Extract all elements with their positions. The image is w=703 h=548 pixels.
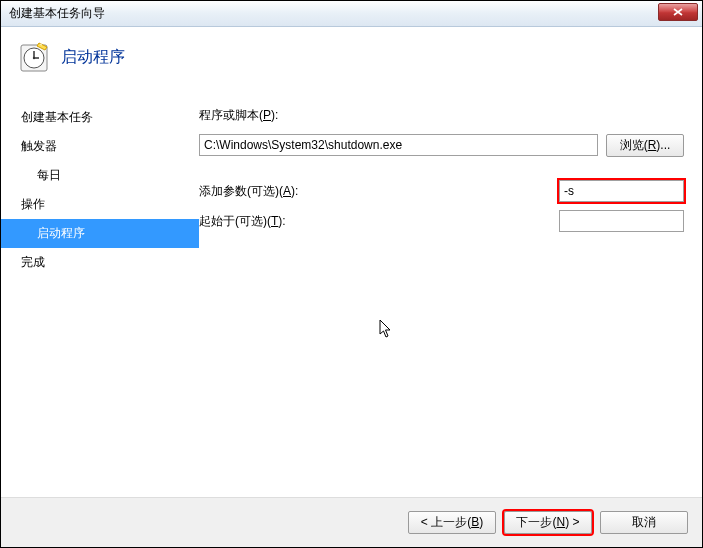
startin-row: 起始于(可选)(T): xyxy=(199,209,684,233)
titlebar: 创建基本任务向导 xyxy=(1,1,702,27)
args-row: 添加参数(可选)(A): xyxy=(199,179,684,203)
program-script-input[interactable] xyxy=(199,134,598,156)
next-button[interactable]: 下一步(N) > xyxy=(504,511,592,534)
clock-icon xyxy=(19,41,51,73)
cancel-button[interactable]: 取消 xyxy=(600,511,688,534)
sidebar: 创建基本任务 触发器 每日 操作 启动程序 完成 xyxy=(1,101,199,497)
program-script-label: 程序或脚本(P): xyxy=(199,107,364,124)
back-button[interactable]: < 上一步(B) xyxy=(408,511,496,534)
sidebar-item-start-program[interactable]: 启动程序 xyxy=(1,219,199,248)
header: 启动程序 xyxy=(1,27,702,101)
wizard-window: 创建基本任务向导 启动程序 创建基本任务 触发器 每日 xyxy=(0,0,703,548)
startin-label: 起始于(可选)(T): xyxy=(199,213,364,230)
svg-point-4 xyxy=(33,57,35,59)
startin-input[interactable] xyxy=(559,210,684,232)
page-title: 启动程序 xyxy=(61,47,125,68)
args-input[interactable] xyxy=(559,180,684,202)
program-script-input-row: 浏览(R)... xyxy=(199,133,684,157)
close-icon xyxy=(673,8,683,16)
sidebar-item-daily[interactable]: 每日 xyxy=(13,161,199,190)
sidebar-item-basic-task[interactable]: 创建基本任务 xyxy=(13,103,199,132)
body: 创建基本任务 触发器 每日 操作 启动程序 完成 程序或脚本(P): 浏览(R)… xyxy=(1,101,702,497)
browse-button[interactable]: 浏览(R)... xyxy=(606,134,684,157)
main-form: 程序或脚本(P): 浏览(R)... 添加参数(可选)(A): 起始于(可选)(… xyxy=(199,101,702,497)
sidebar-item-trigger[interactable]: 触发器 xyxy=(13,132,199,161)
sidebar-item-finish[interactable]: 完成 xyxy=(13,248,199,277)
args-label: 添加参数(可选)(A): xyxy=(199,183,364,200)
content-area: 启动程序 创建基本任务 触发器 每日 操作 启动程序 完成 程序或脚本(P): … xyxy=(1,27,702,547)
window-title: 创建基本任务向导 xyxy=(9,5,105,22)
close-button[interactable] xyxy=(658,3,698,21)
program-script-label-row: 程序或脚本(P): xyxy=(199,103,684,127)
footer: < 上一步(B) 下一步(N) > 取消 xyxy=(1,497,702,547)
sidebar-item-action[interactable]: 操作 xyxy=(13,190,199,219)
